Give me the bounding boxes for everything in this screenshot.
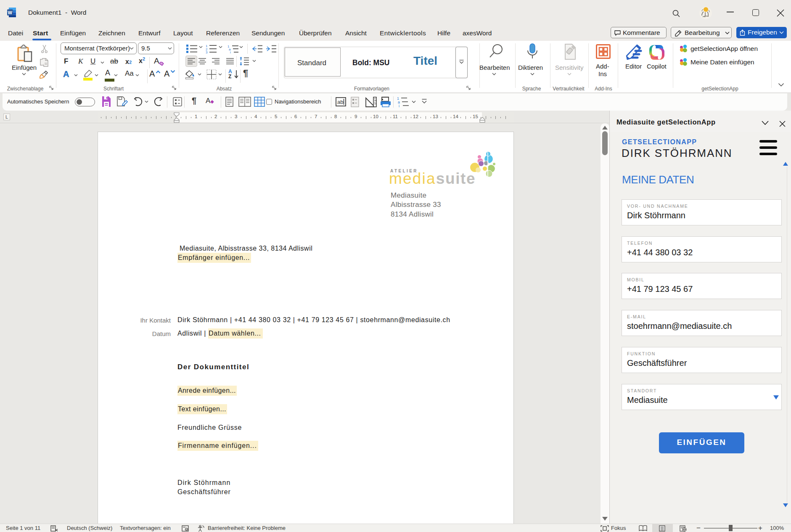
svg-text:3: 3 — [206, 50, 208, 53]
svg-text:W: W — [8, 10, 13, 15]
svg-text:ab: ab — [337, 99, 343, 105]
svg-text:i: i — [399, 104, 399, 107]
svg-text:i: i — [230, 50, 231, 53]
